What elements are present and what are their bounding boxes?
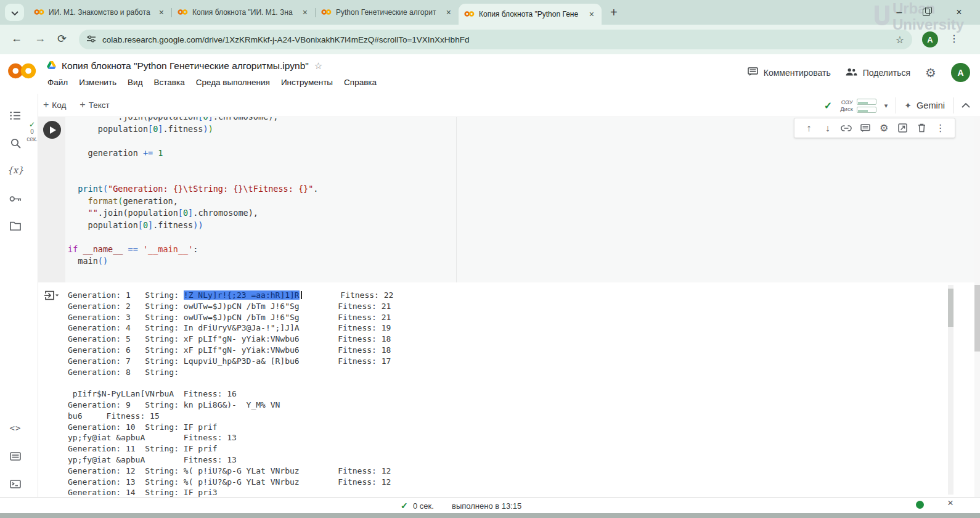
page-scrollbar-thumb[interactable]	[974, 285, 980, 352]
watermark-logo	[875, 6, 889, 25]
browser-tab[interactable]: Python Генетические алгорит×	[316, 0, 459, 25]
share-button[interactable]: Поделиться	[846, 68, 910, 78]
tab-close-icon[interactable]: ×	[587, 9, 596, 19]
output-line: Generation: 8 String:	[68, 367, 393, 378]
document-title-row: Копия блокнота "Python Генетические алго…	[47, 60, 322, 72]
comment-icon	[748, 67, 758, 78]
output-line: Generation: 10 String: IF prif	[68, 422, 393, 433]
tab-search-button[interactable]	[5, 4, 24, 21]
browser-tab[interactable]: Копия блокнота "Python Гене×	[459, 4, 602, 25]
terminal-icon[interactable]	[7, 476, 23, 492]
output-line: Generation: 5 String: xF pLIf"gN- yYiak:…	[68, 334, 393, 345]
browser-menu-icon[interactable]: ⋮	[949, 33, 959, 44]
tab-close-icon[interactable]: ×	[301, 7, 309, 17]
back-button[interactable]: ←	[11, 32, 22, 45]
output-line: yp;fy@iat &apbuA Fitness: 13	[68, 432, 393, 443]
gemini-star-icon: ✦	[904, 101, 912, 110]
comment-icon[interactable]	[859, 121, 872, 135]
new-tab-button[interactable]: +	[610, 6, 618, 20]
more-icon[interactable]: ⋮	[934, 121, 947, 135]
move-down-icon[interactable]: ↓	[821, 121, 835, 135]
delete-icon[interactable]	[915, 121, 928, 135]
divider	[953, 97, 953, 113]
output-scrollbar-thumb[interactable]	[948, 289, 953, 327]
resources-widget[interactable]: ОЗУ Диск	[840, 99, 876, 113]
code-line	[68, 135, 318, 147]
url-text[interactable]: colab.research.google.com/drive/1XzKRmKk…	[102, 35, 896, 44]
cell-execution-badge: ✓ 0 сек.	[25, 121, 39, 143]
window-minimize-button[interactable]: –	[892, 6, 906, 19]
address-bar[interactable]: colab.research.google.com/drive/1XzKRmKk…	[79, 30, 912, 49]
secrets-icon[interactable]	[7, 191, 23, 207]
output-line: Generation: 3 String: owUTw=$J)pCN /bTm …	[68, 312, 393, 323]
menu-item-вставка[interactable]: Вставка	[149, 78, 190, 87]
run-cell-button[interactable]	[43, 121, 61, 139]
tab-list: ИИ. М1. Знакомство и работа×Копия блокно…	[28, 0, 618, 25]
link-icon[interactable]	[839, 121, 853, 135]
code-cell: .join(population[0].chromosome), populat…	[38, 117, 980, 282]
collapse-sections-icon[interactable]	[962, 103, 970, 108]
menu-item-файл[interactable]: Файл	[42, 78, 73, 87]
menu-bar: ФайлИзменитьВидВставкаСреда выполненияИн…	[42, 78, 382, 87]
colab-favicon-icon	[34, 7, 44, 18]
tab-title: Копия блокнота "ИИ. М1. Зна	[192, 8, 296, 17]
move-up-icon[interactable]: ↑	[802, 121, 815, 135]
add-text-cell-button[interactable]: + Текст	[80, 99, 109, 110]
drive-icon	[47, 60, 56, 72]
divider	[896, 97, 896, 113]
reload-button[interactable]: ⟳	[57, 32, 67, 46]
forward-button[interactable]: →	[35, 32, 46, 45]
menu-item-вид[interactable]: Вид	[122, 78, 148, 87]
settings-gear-icon[interactable]: ⚙	[925, 65, 936, 80]
colab-user-avatar[interactable]: A	[951, 63, 970, 82]
code-line: population[0].fitness))	[68, 123, 318, 136]
output-line: Generation: 7 String: LqupviU_hp&P3D-a& …	[68, 356, 393, 367]
code-snippets-icon[interactable]: <>	[7, 420, 23, 436]
editor-divider	[456, 117, 457, 282]
settings-icon[interactable]: ⚙	[877, 121, 891, 135]
output-line: pIifr$N-PyLLan[VNrbuA Fitness: 16	[68, 388, 393, 400]
search-icon[interactable]	[7, 135, 23, 151]
cell-gutter	[38, 117, 65, 282]
menu-item-справка[interactable]: Справка	[338, 78, 382, 87]
code-editor[interactable]: .join(population[0].chromosome), populat…	[68, 117, 318, 268]
browser-tab[interactable]: ИИ. М1. Знакомство и работа×	[28, 0, 171, 25]
output-text: Generation: 1 String: !Z NLy]r!{;23 =aa:…	[68, 290, 393, 497]
colab-favicon-icon	[321, 7, 332, 18]
site-info-icon[interactable]	[87, 34, 96, 45]
browser-toolbar: ← → ⟳ colab.research.google.com/drive/1X…	[0, 25, 980, 54]
gemini-button[interactable]: ✦ Gemini	[904, 101, 945, 110]
output-line: Generation: 11 String: IF prif	[68, 443, 393, 454]
menu-item-изменить[interactable]: Изменить	[73, 78, 122, 87]
cell-toolbar: ↑↓⚙⋮	[794, 118, 955, 138]
comment-button[interactable]: Комментировать	[748, 67, 831, 78]
files-icon[interactable]	[7, 218, 23, 234]
code-line	[68, 171, 318, 184]
notebook-title[interactable]: Копия блокнота "Python Генетические алго…	[62, 60, 309, 72]
variables-icon[interactable]: {x}	[7, 162, 23, 178]
colab-logo[interactable]	[7, 62, 37, 83]
bookmark-star-icon[interactable]: ☆	[896, 34, 904, 46]
page-scrollbar[interactable]	[974, 117, 980, 497]
window-bottom-edge	[0, 513, 980, 518]
runtime-dropdown-icon[interactable]: ▾	[884, 102, 888, 110]
command-palette-icon[interactable]	[7, 448, 23, 464]
window-close-button[interactable]: ×	[952, 6, 966, 19]
output-actions-icon[interactable]	[44, 290, 59, 303]
output-line: Generation: 4 String: In dFiUryV&P3@Ja-!…	[68, 323, 393, 334]
output-line: Generation: 13 String: %( p!iU?&p-G YLat…	[68, 477, 393, 488]
add-code-cell-button[interactable]: + Код	[43, 99, 66, 110]
menu-item-среда-выполнения[interactable]: Среда выполнения	[190, 78, 276, 87]
tab-close-icon[interactable]: ×	[157, 7, 166, 17]
tab-close-icon[interactable]: ×	[444, 7, 453, 17]
browser-profile-avatar[interactable]: A	[922, 31, 938, 47]
output-scrollbar[interactable]	[948, 285, 953, 495]
open-in-window-icon[interactable]	[896, 121, 910, 135]
close-output-button[interactable]: ×	[947, 497, 953, 509]
share-people-icon	[846, 68, 857, 78]
star-notebook-icon[interactable]: ☆	[314, 60, 322, 72]
window-restore-button[interactable]	[920, 6, 933, 19]
table-of-contents-icon[interactable]	[7, 107, 23, 123]
browser-tab[interactable]: Копия блокнота "ИИ. М1. Зна×	[172, 0, 315, 25]
menu-item-инструменты[interactable]: Инструменты	[276, 78, 338, 87]
